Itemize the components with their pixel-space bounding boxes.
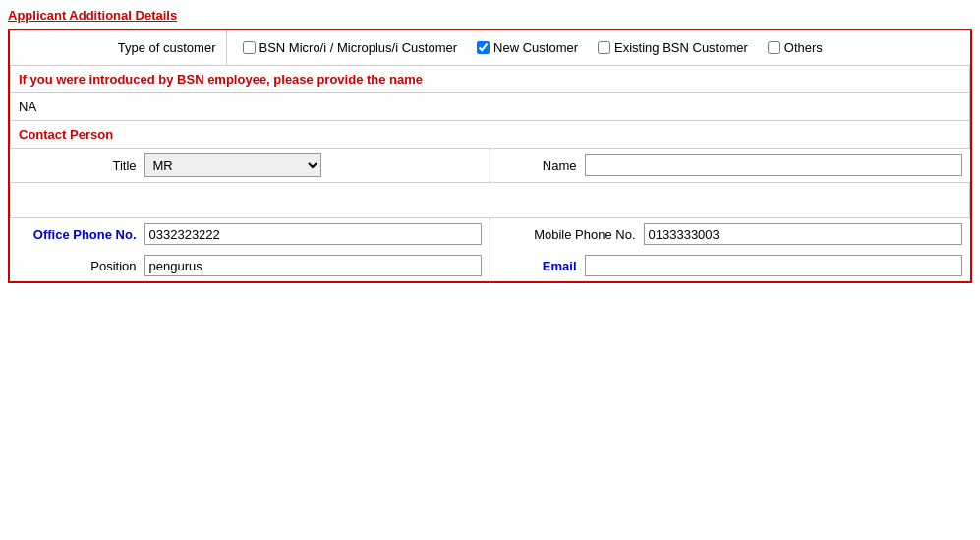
mobile-phone-label: Mobile Phone No.: [498, 227, 636, 242]
name-input-wrapper: [585, 154, 962, 176]
title-select-wrapper: MR MRS MS DR PROF: [144, 153, 482, 177]
position-email-row: Position Email: [11, 250, 970, 281]
checkbox-existing-bsn[interactable]: Existing BSN Customer: [598, 40, 748, 55]
office-phone-label: Office Phone No.: [19, 227, 137, 242]
phone-row: Office Phone No. Mobile Phone No.: [11, 218, 970, 251]
title-label: Title: [19, 158, 137, 173]
intro-value: NA: [11, 93, 970, 121]
empty-row-1: [11, 183, 970, 218]
position-input[interactable]: [144, 255, 482, 276]
mobile-phone-input[interactable]: [644, 223, 962, 245]
intro-value-row: NA: [11, 93, 970, 121]
others-checkbox[interactable]: [768, 41, 780, 54]
intro-label-row: If you were introduced by BSN employee, …: [11, 66, 970, 93]
intro-label: If you were introduced by BSN employee, …: [11, 66, 970, 93]
name-input[interactable]: [585, 154, 962, 176]
email-label: Email: [498, 259, 577, 273]
title-select[interactable]: MR MRS MS DR PROF: [144, 153, 321, 177]
new-customer-checkbox[interactable]: [477, 41, 490, 54]
existing-bsn-label: Existing BSN Customer: [614, 40, 748, 55]
section-title: Applicant Additional Details: [8, 8, 972, 23]
checkbox-new-customer[interactable]: New Customer: [477, 40, 578, 55]
checkbox-others[interactable]: Others: [768, 40, 823, 55]
name-label: Name: [498, 158, 577, 173]
title-name-row: Title MR MRS MS DR PROF Name: [11, 149, 970, 183]
others-label: Others: [784, 40, 823, 55]
contact-person-title: Contact Person: [11, 121, 970, 149]
office-phone-input[interactable]: [144, 223, 482, 245]
customer-type-label: Type of customer: [11, 30, 227, 65]
bsn-micro-label: BSN Micro/i / Microplus/i Customer: [259, 40, 458, 55]
customer-type-row: Type of customer BSN Micro/i / Microplus…: [11, 30, 970, 66]
checkbox-bsn-micro[interactable]: BSN Micro/i / Microplus/i Customer: [243, 40, 458, 55]
new-customer-label: New Customer: [493, 40, 578, 55]
contact-person-title-row: Contact Person: [11, 121, 970, 149]
bsn-micro-checkbox[interactable]: [243, 41, 256, 54]
existing-bsn-checkbox[interactable]: [598, 41, 610, 54]
position-label: Position: [19, 259, 137, 273]
email-input[interactable]: [585, 255, 962, 276]
